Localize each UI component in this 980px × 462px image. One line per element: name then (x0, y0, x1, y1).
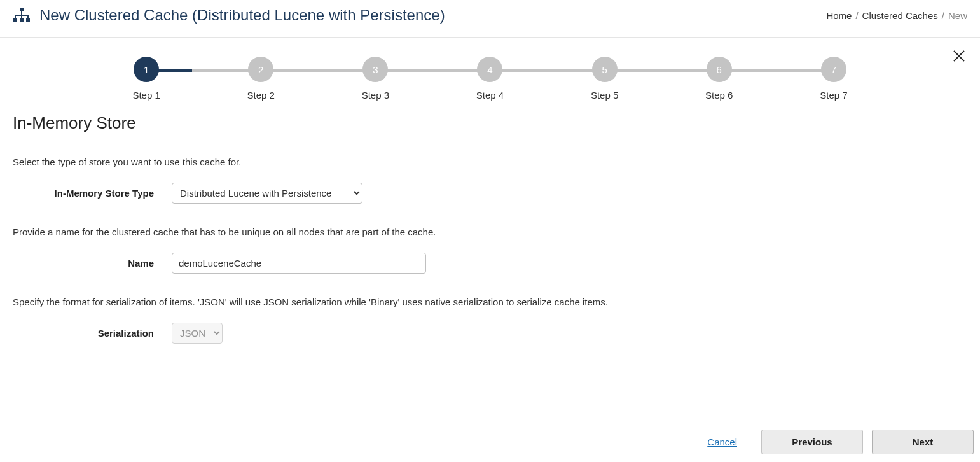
step-connector (605, 69, 719, 72)
step-connector (375, 69, 490, 72)
step-label: Step 3 (362, 90, 389, 101)
page-title: New Clustered Cache (Distributed Lucene … (39, 6, 445, 24)
step-label: Step 1 (132, 90, 160, 101)
form-row-store-type: In-Memory Store Type Distributed Lucene … (13, 183, 967, 204)
step-2[interactable]: 2Step 2 (204, 57, 318, 101)
svg-rect-2 (20, 18, 24, 22)
step-1[interactable]: 1Step 1 (89, 57, 204, 101)
step-circle: 6 (707, 57, 732, 82)
svg-rect-6 (15, 15, 16, 18)
breadcrumb-separator: / (855, 10, 858, 21)
step-circle: 4 (477, 57, 502, 82)
breadcrumb-separator: / (942, 10, 944, 21)
svg-rect-1 (13, 18, 17, 22)
desc-name: Provide a name for the clustered cache t… (13, 227, 967, 237)
step-7[interactable]: 7Step 7 (776, 57, 891, 101)
step-3[interactable]: 3Step 3 (318, 57, 432, 101)
step-label: Step 5 (591, 90, 618, 101)
step-circle: 5 (592, 57, 618, 82)
breadcrumb: Home / Clustered Caches / New (826, 10, 967, 21)
step-circle: 3 (362, 57, 388, 82)
step-circle: 1 (134, 57, 159, 82)
step-label: Step 7 (820, 90, 847, 101)
form-row-serialization: Serialization JSON (13, 323, 967, 344)
svg-rect-8 (27, 15, 29, 18)
store-type-label: In-Memory Store Type (13, 188, 172, 199)
section-title: In-Memory Store (13, 113, 967, 133)
wizard-content: In-Memory Store Select the type of store… (6, 113, 974, 344)
svg-rect-0 (20, 8, 24, 11)
name-input[interactable] (172, 253, 426, 274)
step-connector (719, 69, 834, 72)
step-4[interactable]: 4Step 4 (432, 57, 547, 101)
form-row-name: Name (13, 253, 967, 274)
name-label: Name (13, 258, 172, 269)
step-6[interactable]: 6Step 6 (662, 57, 776, 101)
step-circle: 2 (248, 57, 273, 82)
serialization-label: Serialization (13, 328, 172, 339)
step-label: Step 6 (705, 90, 733, 101)
svg-rect-3 (26, 18, 30, 22)
breadcrumb-home[interactable]: Home (826, 10, 852, 21)
breadcrumb-clustered-caches[interactable]: Clustered Caches (862, 10, 938, 21)
desc-serialization: Specify the format for serialization of … (13, 297, 967, 307)
step-label: Step 4 (476, 90, 504, 101)
step-5[interactable]: 5Step 5 (548, 57, 662, 101)
header-left: New Clustered Cache (Distributed Lucene … (13, 6, 445, 24)
step-circle: 7 (821, 57, 846, 82)
step-connector (490, 69, 604, 72)
step-label: Step 2 (247, 90, 275, 101)
step-connector (261, 69, 375, 72)
store-type-select[interactable]: Distributed Lucene with Persistence (172, 183, 362, 204)
header-bar: New Clustered Cache (Distributed Lucene … (0, 0, 980, 38)
step-connector (146, 69, 261, 72)
desc-store-type: Select the type of store you want to use… (13, 157, 967, 167)
stepper: 1Step 12Step 23Step 34Step 45Step 56Step… (6, 38, 974, 113)
section-divider (13, 141, 967, 141)
serialization-select: JSON (172, 323, 223, 344)
breadcrumb-current: New (948, 10, 967, 21)
cluster-icon (13, 7, 31, 24)
svg-rect-7 (21, 15, 22, 18)
wizard-container: 1Step 12Step 23Step 34Step 45Step 56Step… (6, 38, 974, 344)
